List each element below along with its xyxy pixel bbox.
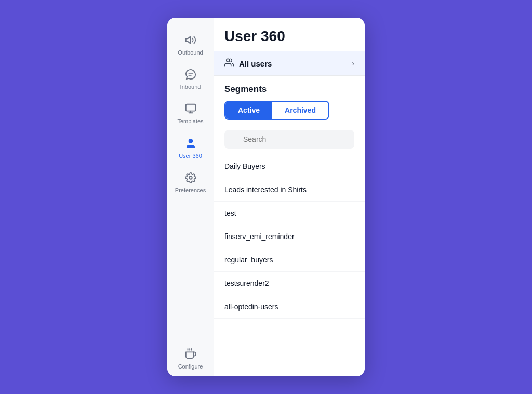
list-item[interactable]: finserv_emi_reminder	[214, 225, 365, 248]
svg-point-2	[189, 139, 192, 142]
user360-label: User 360	[179, 153, 202, 160]
list-item[interactable]: test	[214, 202, 365, 225]
sidebar-item-inbound[interactable]: Inbound	[167, 62, 214, 97]
app-container: Outbound Inbound Templates	[167, 18, 365, 376]
tab-archived[interactable]: Archived	[272, 102, 328, 119]
page-title: User 360	[214, 18, 365, 51]
sidebar-item-templates[interactable]: Templates	[167, 97, 214, 131]
segments-title: Segments	[224, 84, 354, 95]
sidebar-item-user360[interactable]: User 360	[167, 132, 214, 166]
search-wrapper	[214, 124, 365, 153]
sidebar: Outbound Inbound Templates	[167, 18, 214, 376]
segment-list: Daily Buyers Leads interested in Shirts …	[214, 153, 365, 376]
outbound-label: Outbound	[178, 49, 203, 56]
all-users-label: All users	[239, 59, 352, 68]
search-container	[224, 130, 354, 149]
main-content: User 360 All users › Segments Active Arc…	[214, 18, 365, 376]
svg-marker-0	[185, 37, 190, 44]
search-input[interactable]	[224, 130, 354, 149]
list-item[interactable]: all-optedin-users	[214, 295, 365, 319]
configure-icon	[185, 348, 196, 361]
all-users-chevron: ›	[352, 59, 354, 68]
inbound-icon	[185, 69, 196, 82]
segments-section: Segments Active Archived	[214, 76, 365, 124]
svg-rect-1	[185, 104, 195, 111]
svg-point-7	[227, 59, 230, 62]
list-item[interactable]: regular_buyers	[214, 248, 365, 272]
list-item[interactable]: testsurender2	[214, 272, 365, 295]
templates-label: Templates	[177, 118, 203, 125]
all-users-icon	[224, 58, 234, 69]
outbound-icon	[185, 34, 196, 47]
tab-active[interactable]: Active	[225, 102, 272, 119]
all-users-row[interactable]: All users ›	[214, 51, 365, 76]
list-item[interactable]: Daily Buyers	[214, 155, 365, 178]
preferences-label: Preferences	[175, 187, 206, 194]
user360-icon	[185, 138, 196, 151]
inbound-label: Inbound	[180, 84, 201, 90]
tabs-row: Active Archived	[224, 101, 329, 120]
sidebar-item-configure[interactable]: Configure	[167, 342, 214, 376]
templates-icon	[185, 103, 196, 116]
configure-label: Configure	[178, 363, 203, 370]
sidebar-item-preferences[interactable]: Preferences	[167, 166, 214, 200]
list-item[interactable]: Leads interested in Shirts	[214, 178, 365, 202]
sidebar-item-outbound[interactable]: Outbound	[167, 28, 214, 62]
preferences-icon	[185, 172, 196, 185]
svg-point-3	[189, 176, 192, 179]
